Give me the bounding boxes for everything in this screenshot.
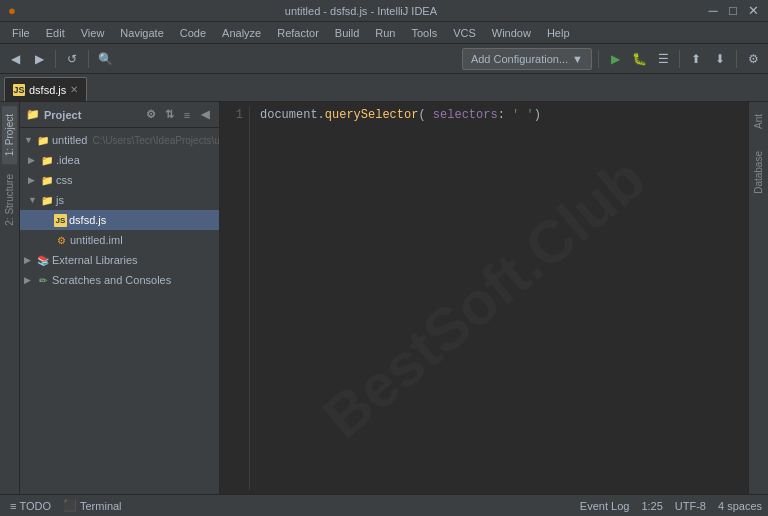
left-sidebar-tabs: 1: Project 2: Structure (0, 102, 20, 494)
scratches-icon: ✏ (36, 273, 50, 287)
close-button[interactable]: ✕ (746, 4, 760, 18)
tree-label-external-libs: External Libraries (52, 254, 138, 266)
editor-area: BestSoft.Club 1 document.querySelector( … (220, 102, 748, 494)
folder-icon-css: 📁 (40, 173, 54, 187)
bottom-bar: ≡ TODO ⬛ Terminal Event Log 1:25 UTF-8 4… (0, 494, 768, 516)
code-dot: . (318, 108, 325, 122)
tab-close-button[interactable]: ✕ (70, 84, 78, 95)
menu-refactor[interactable]: Refactor (269, 25, 327, 41)
code-close-paren: ) (534, 108, 541, 122)
tree-arrow-scratches: ▶ (24, 275, 34, 285)
code-editor[interactable]: document.querySelector( selectors: ' ') (250, 106, 748, 490)
project-panel: 📁 Project ⚙ ⇅ ≡ ◀ ▼ 📁 untitled C:\Users\… (20, 102, 220, 494)
tree-arrow-extlib: ▶ (24, 255, 34, 265)
folder-icon-js: 📁 (40, 193, 54, 207)
menu-build[interactable]: Build (327, 25, 367, 41)
menu-edit[interactable]: Edit (38, 25, 73, 41)
window-title: untitled - dsfsd.js - IntelliJ IDEA (16, 5, 706, 17)
code-string-val: ' ' (505, 108, 534, 122)
tree-label-css: css (56, 174, 73, 186)
menu-vcs[interactable]: VCS (445, 25, 484, 41)
todo-button[interactable]: ≡ TODO (6, 499, 55, 513)
encoding[interactable]: UTF-8 (675, 500, 706, 512)
todo-label: TODO (19, 500, 51, 512)
menu-code[interactable]: Code (172, 25, 214, 41)
tree-path-untitled: C:\Users\Tecr\IdeaProjects\unt (92, 135, 219, 146)
code-line-1: document.querySelector( selectors: ' ') (260, 106, 738, 124)
code-colon: : (498, 108, 505, 122)
update-button[interactable]: ⬇ (709, 48, 731, 70)
tree-arrow-css: ▶ (28, 175, 38, 185)
tree-item-dsfsd[interactable]: JS dsfsd.js (20, 210, 219, 230)
vcs-button[interactable]: ⬆ (685, 48, 707, 70)
sidebar-tab-ant[interactable]: Ant (751, 106, 766, 137)
editor-content[interactable]: BestSoft.Club 1 document.querySelector( … (220, 102, 748, 494)
refresh-button[interactable]: ↺ (61, 48, 83, 70)
project-panel-title: Project (44, 109, 81, 121)
hide-panel-icon[interactable]: ◀ (197, 107, 213, 123)
tree-item-external-libs[interactable]: ▶ 📚 External Libraries (20, 250, 219, 270)
tree-item-css[interactable]: ▶ 📁 css (20, 170, 219, 190)
menu-analyze[interactable]: Analyze (214, 25, 269, 41)
menu-window[interactable]: Window (484, 25, 539, 41)
forward-button[interactable]: ▶ (28, 48, 50, 70)
line-numbers: 1 (220, 106, 250, 490)
run-configuration-button[interactable]: Add Configuration... ▼ (462, 48, 592, 70)
tree-label-iml: untitled.iml (70, 234, 123, 246)
coverage-button[interactable]: ☰ (652, 48, 674, 70)
tree-item-untitled-iml[interactable]: ⚙ untitled.iml (20, 230, 219, 250)
title-bar: ● untitled - dsfsd.js - IntelliJ IDEA ─ … (0, 0, 768, 22)
app-icon: ● (8, 3, 16, 18)
menu-view[interactable]: View (73, 25, 113, 41)
settings-button[interactable]: ⚙ (742, 48, 764, 70)
status-bar-right: Event Log 1:25 UTF-8 4 spaces (580, 500, 762, 512)
tree-label-js: js (56, 194, 64, 206)
menu-help[interactable]: Help (539, 25, 578, 41)
run-config-chevron: ▼ (572, 53, 583, 65)
tab-label: dsfsd.js (29, 84, 66, 96)
cursor-position: 1:25 (641, 500, 662, 512)
debug-button[interactable]: 🐛 (628, 48, 650, 70)
run-button[interactable]: ▶ (604, 48, 626, 70)
back-button[interactable]: ◀ (4, 48, 26, 70)
main-layout: 1: Project 2: Structure 📁 Project ⚙ ⇅ ≡ … (0, 102, 768, 494)
folder-icon-idea: 📁 (40, 153, 54, 167)
module-folder-icon: 📁 (36, 133, 50, 147)
sidebar-tab-project[interactable]: 1: Project (2, 106, 17, 164)
tree-label-idea: .idea (56, 154, 80, 166)
maximize-button[interactable]: □ (726, 4, 740, 18)
project-folder-icon: 📁 (26, 108, 40, 121)
sort-icon[interactable]: ⇅ (161, 107, 177, 123)
tree-label-scratches: Scratches and Consoles (52, 274, 171, 286)
menu-run[interactable]: Run (367, 25, 403, 41)
terminal-button[interactable]: ⬛ Terminal (59, 498, 126, 513)
menu-navigate[interactable]: Navigate (112, 25, 171, 41)
tab-bar: JS dsfsd.js ✕ (0, 74, 768, 102)
js-file-icon: JS (13, 84, 25, 96)
gear-icon[interactable]: ⚙ (143, 107, 159, 123)
menu-tools[interactable]: Tools (403, 25, 445, 41)
options-icon[interactable]: ≡ (179, 107, 195, 123)
project-panel-header: 📁 Project ⚙ ⇅ ≡ ◀ (20, 102, 219, 128)
minimize-button[interactable]: ─ (706, 4, 720, 18)
tree-label-dsfsd: dsfsd.js (69, 214, 106, 226)
title-left: ● (8, 3, 16, 18)
tree-arrow-untitled: ▼ (24, 135, 34, 145)
menu-file[interactable]: File (4, 25, 38, 41)
search-everywhere-button[interactable]: 🔍 (94, 48, 116, 70)
event-log-button[interactable]: Event Log (580, 500, 630, 512)
tree-item-js[interactable]: ▼ 📁 js (20, 190, 219, 210)
sidebar-tab-database[interactable]: Database (751, 143, 766, 202)
code-open-paren: ( (418, 108, 425, 122)
tree-item-scratches[interactable]: ▶ ✏ Scratches and Consoles (20, 270, 219, 290)
code-method: querySelector (325, 108, 419, 122)
toolbar-separator-5 (736, 50, 737, 68)
toolbar-separator-1 (55, 50, 56, 68)
indent-settings[interactable]: 4 spaces (718, 500, 762, 512)
ext-lib-icon: 📚 (36, 253, 50, 267)
editor-tab-dsfsd[interactable]: JS dsfsd.js ✕ (4, 77, 87, 101)
toolbar: ◀ ▶ ↺ 🔍 Add Configuration... ▼ ▶ 🐛 ☰ ⬆ ⬇… (0, 44, 768, 74)
tree-item-idea[interactable]: ▶ 📁 .idea (20, 150, 219, 170)
sidebar-tab-structure[interactable]: 2: Structure (2, 166, 17, 234)
tree-item-untitled[interactable]: ▼ 📁 untitled C:\Users\Tecr\IdeaProjects\… (20, 130, 219, 150)
